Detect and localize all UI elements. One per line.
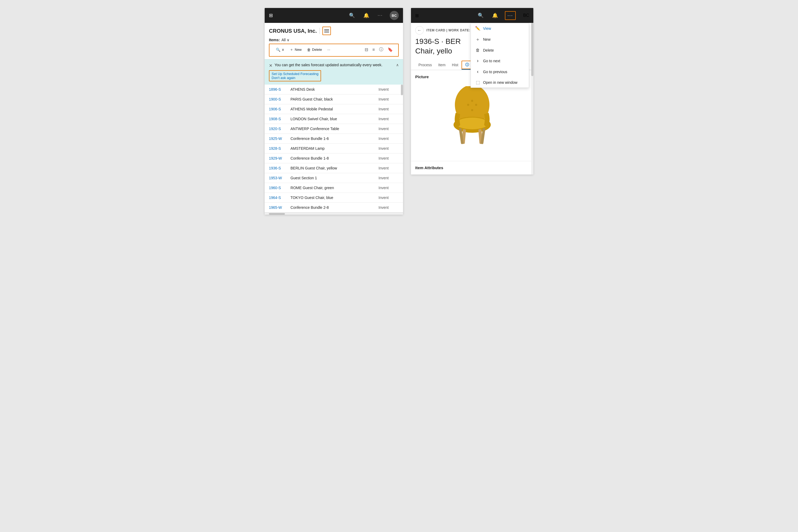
table-row[interactable]: 1953-W Guest Section 1 Invent bbox=[265, 173, 403, 183]
dropdown-trash-icon: 🗑 bbox=[475, 48, 480, 53]
filter-icon[interactable]: ⊟ bbox=[364, 46, 369, 53]
filter-value[interactable]: All ∨ bbox=[281, 38, 289, 42]
item-name: Conference Bundle 1-8 bbox=[286, 153, 374, 163]
table-row[interactable]: 1960-S ROME Guest Chair, green Invent bbox=[265, 183, 403, 193]
forecast-banner: ✕ You can get the sales forecast updated… bbox=[265, 59, 403, 84]
filter-bar: Items: All ∨ bbox=[265, 35, 403, 44]
table-row[interactable]: 1920-S ANTWERP Conference Table Invent bbox=[265, 124, 403, 134]
item-attributes-label: Item Attributes bbox=[415, 166, 443, 170]
more-toolbar-button[interactable]: ··· bbox=[325, 46, 332, 53]
right-avatar[interactable]: BC bbox=[523, 13, 529, 18]
waffle-icon[interactable]: ⊞ bbox=[269, 13, 273, 18]
table-row[interactable]: 1928-S AMSTERDAM Lamp Invent bbox=[265, 144, 403, 153]
item-type: Invent bbox=[374, 134, 403, 144]
tab-hist[interactable]: Hist bbox=[449, 61, 461, 69]
search-button[interactable]: 🔍 ∨ bbox=[274, 46, 286, 53]
table-row[interactable]: 1929-W Conference Bundle 1-8 Invent bbox=[265, 153, 403, 163]
item-no[interactable]: 1936-S bbox=[265, 163, 286, 173]
left-panel: ⊞ 🔍 🔔 ··· BC CRONUS USA, Inc. Items: All… bbox=[265, 8, 403, 215]
item-type: Invent bbox=[374, 84, 403, 94]
item-name: LONDON Swivel Chair, blue bbox=[286, 114, 374, 124]
info-icon[interactable]: ⓘ bbox=[378, 46, 384, 54]
left-avatar[interactable]: BC bbox=[390, 11, 399, 20]
dropdown-view[interactable]: ✏️ View bbox=[471, 23, 529, 34]
tab-process[interactable]: Process bbox=[415, 61, 435, 69]
forecast-close-icon[interactable]: ✕ bbox=[269, 63, 272, 68]
item-name: Conference Bundle 1-6 bbox=[286, 134, 374, 144]
tab-item[interactable]: Item bbox=[435, 61, 449, 69]
hamburger-button[interactable] bbox=[322, 26, 331, 35]
right-more-button[interactable]: ··· bbox=[505, 11, 516, 20]
item-attributes-section: Item Attributes bbox=[411, 161, 533, 174]
dropdown-delete[interactable]: 🗑 Delete bbox=[471, 45, 529, 55]
item-type: Invent bbox=[374, 203, 403, 212]
right-scroll-thumb bbox=[531, 23, 533, 76]
item-no[interactable]: 1960-S bbox=[265, 183, 286, 193]
item-no[interactable]: 1906-S bbox=[265, 104, 286, 114]
bottom-scrollbar[interactable] bbox=[265, 212, 403, 215]
svg-point-3 bbox=[467, 104, 469, 106]
right-scrollbar[interactable] bbox=[531, 23, 533, 174]
toolbar: 🔍 ∨ ＋ New 🗑 Delete ··· ⊟ ≡ ⓘ 🔖 bbox=[269, 44, 399, 57]
page-title: CRONUS USA, Inc. bbox=[269, 28, 317, 34]
trash-icon: 🗑 bbox=[307, 48, 311, 52]
dropdown-new[interactable]: ＋ New bbox=[471, 34, 529, 45]
right-search-icon[interactable]: 🔍 bbox=[476, 11, 485, 20]
item-name: BERLIN Guest Chair, yellow bbox=[286, 163, 374, 173]
chair-image bbox=[415, 82, 529, 157]
item-no[interactable]: 1900-S bbox=[265, 94, 286, 104]
bookmark-icon[interactable]: 🔖 bbox=[386, 46, 394, 53]
bottom-scroll-thumb bbox=[269, 213, 285, 215]
item-no[interactable]: 1964-S bbox=[265, 193, 286, 203]
right-waffle-icon[interactable]: ⊞ bbox=[415, 13, 419, 18]
item-no[interactable]: 1908-S bbox=[265, 114, 286, 124]
item-name: Guest Section 1 bbox=[286, 173, 374, 183]
back-button[interactable]: ← bbox=[415, 26, 424, 35]
dropdown-open-new-window[interactable]: ⬚ Open in new window bbox=[471, 77, 529, 88]
dont-ask-link[interactable]: Don't ask again bbox=[271, 76, 318, 80]
table-row[interactable]: 1906-S ATHENS Mobile Pedestal Invent bbox=[265, 104, 403, 114]
items-list: 1896-S ATHENS Desk Invent 1900-S PARIS G… bbox=[265, 84, 403, 212]
item-no[interactable]: 1896-S bbox=[265, 84, 286, 94]
new-button[interactable]: ＋ New bbox=[288, 46, 304, 54]
right-bell-icon[interactable]: 🔔 bbox=[491, 11, 499, 20]
list-icon[interactable]: ≡ bbox=[371, 46, 376, 53]
table-row[interactable]: 1925-W Conference Bundle 1-6 Invent bbox=[265, 134, 403, 144]
forecast-collapse-icon[interactable]: ∧ bbox=[396, 63, 399, 67]
table-row[interactable]: 1965-W Conference Bundle 2-8 Invent bbox=[265, 203, 403, 212]
forecast-text: ✕ You can get the sales forecast updated… bbox=[269, 63, 396, 68]
filter-chevron-icon: ∨ bbox=[287, 38, 289, 42]
table-row[interactable]: 1936-S BERLIN Guest Chair, yellow Invent bbox=[265, 163, 403, 173]
table-row[interactable]: 1908-S LONDON Swivel Chair, blue Invent bbox=[265, 114, 403, 124]
table-row[interactable]: 1900-S PARIS Guest Chair, black Invent bbox=[265, 94, 403, 104]
item-name: ROME Guest Chair, green bbox=[286, 183, 374, 193]
pencil-icon: ✏️ bbox=[475, 26, 480, 31]
svg-point-5 bbox=[471, 100, 473, 102]
external-link-icon: ⬚ bbox=[475, 80, 480, 85]
setup-forecasting-link[interactable]: Set Up Scheduled Forecasting bbox=[271, 72, 318, 76]
page-header: CRONUS USA, Inc. bbox=[265, 23, 403, 35]
dropdown-go-next[interactable]: › Go to next bbox=[471, 55, 529, 66]
plus-icon: ＋ bbox=[290, 48, 293, 52]
dropdown-go-previous[interactable]: ‹ Go to previous bbox=[471, 66, 529, 77]
item-no[interactable]: 1965-W bbox=[265, 203, 286, 212]
item-no[interactable]: 1929-W bbox=[265, 153, 286, 163]
hamburger-icon bbox=[324, 31, 329, 31]
item-no[interactable]: 1925-W bbox=[265, 134, 286, 144]
item-name: TOKYO Guest Chair, blue bbox=[286, 193, 374, 203]
left-bell-icon[interactable]: 🔔 bbox=[362, 11, 371, 20]
item-no[interactable]: 1953-W bbox=[265, 173, 286, 183]
dropdown-plus-icon: ＋ bbox=[475, 36, 480, 42]
item-type: Invent bbox=[374, 153, 403, 163]
chevron-left-icon: ‹ bbox=[475, 69, 480, 75]
item-no[interactable]: 1928-S bbox=[265, 144, 286, 153]
chevron-right-icon: › bbox=[475, 58, 480, 63]
vertical-scrollbar[interactable] bbox=[401, 84, 403, 95]
left-more-icon[interactable]: ··· bbox=[376, 12, 384, 19]
item-type: Invent bbox=[374, 104, 403, 114]
left-search-icon[interactable]: 🔍 bbox=[347, 11, 357, 20]
table-row[interactable]: 1964-S TOKYO Guest Chair, blue Invent bbox=[265, 193, 403, 203]
item-no[interactable]: 1920-S bbox=[265, 124, 286, 134]
delete-button[interactable]: 🗑 Delete bbox=[305, 46, 324, 53]
table-row[interactable]: 1896-S ATHENS Desk Invent bbox=[265, 84, 403, 94]
